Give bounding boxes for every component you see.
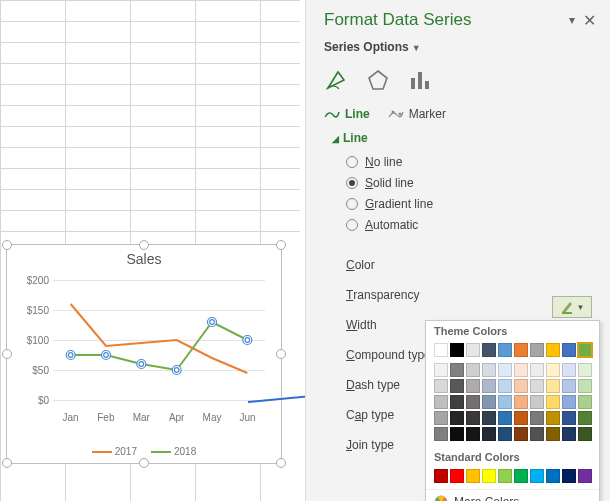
- color-swatch[interactable]: [498, 343, 512, 357]
- color-swatch[interactable]: [546, 411, 560, 425]
- color-swatch[interactable]: [434, 427, 448, 441]
- fill-line-icon[interactable]: [324, 68, 348, 95]
- color-swatch[interactable]: [498, 427, 512, 441]
- color-swatch[interactable]: [482, 343, 496, 357]
- close-icon[interactable]: ✕: [583, 11, 596, 30]
- color-swatch[interactable]: [546, 379, 560, 393]
- series-options-label[interactable]: Series Options: [324, 40, 409, 54]
- color-swatch[interactable]: [466, 427, 480, 441]
- color-swatch[interactable]: [514, 411, 528, 425]
- color-swatch[interactable]: [546, 395, 560, 409]
- tab-marker[interactable]: Marker: [388, 107, 446, 121]
- color-swatch[interactable]: [578, 395, 592, 409]
- svg-point-19: [398, 113, 401, 116]
- color-swatch[interactable]: [450, 343, 464, 357]
- color-swatch[interactable]: [466, 343, 480, 357]
- svg-point-3: [104, 353, 109, 358]
- color-swatch[interactable]: [514, 427, 528, 441]
- color-swatch[interactable]: [450, 379, 464, 393]
- chart-legend[interactable]: 2017 2018: [7, 446, 281, 457]
- chart-title[interactable]: Sales: [7, 251, 281, 267]
- chart-plot-area[interactable]: [53, 280, 265, 400]
- color-swatch[interactable]: [578, 379, 592, 393]
- color-swatch[interactable]: [514, 363, 528, 377]
- radio-automatic[interactable]: Automatic: [346, 218, 596, 232]
- color-swatch[interactable]: [466, 395, 480, 409]
- color-swatch[interactable]: [482, 379, 496, 393]
- color-swatch[interactable]: [530, 395, 544, 409]
- svg-point-11: [245, 338, 250, 343]
- color-swatch[interactable]: [546, 427, 560, 441]
- color-swatch[interactable]: [530, 343, 544, 357]
- color-swatch[interactable]: [450, 363, 464, 377]
- color-swatch[interactable]: [434, 395, 448, 409]
- y-tick: $50: [19, 365, 49, 376]
- color-swatch[interactable]: [450, 427, 464, 441]
- color-swatch[interactable]: [434, 343, 448, 357]
- color-swatch[interactable]: [546, 469, 560, 483]
- color-swatch[interactable]: [466, 469, 480, 483]
- color-swatch[interactable]: [466, 363, 480, 377]
- color-swatch[interactable]: [434, 379, 448, 393]
- color-swatch[interactable]: [562, 427, 576, 441]
- color-swatch[interactable]: [434, 363, 448, 377]
- chevron-down-icon[interactable]: ▼: [412, 43, 421, 53]
- color-swatch[interactable]: [546, 343, 560, 357]
- color-swatch[interactable]: [482, 427, 496, 441]
- radio-no-line[interactable]: No line: [346, 155, 596, 169]
- color-swatch[interactable]: [578, 343, 592, 357]
- color-swatch[interactable]: [562, 363, 576, 377]
- color-swatch[interactable]: [482, 411, 496, 425]
- color-swatch[interactable]: [450, 411, 464, 425]
- color-swatch[interactable]: [498, 395, 512, 409]
- color-swatch[interactable]: [578, 427, 592, 441]
- color-swatch[interactable]: [498, 363, 512, 377]
- color-swatch[interactable]: [562, 411, 576, 425]
- move-pane-icon[interactable]: ▾: [569, 13, 583, 27]
- color-swatch[interactable]: [498, 469, 512, 483]
- color-swatch[interactable]: [450, 395, 464, 409]
- color-swatch[interactable]: [514, 395, 528, 409]
- color-swatch[interactable]: [434, 411, 448, 425]
- color-swatch[interactable]: [434, 469, 448, 483]
- color-swatch[interactable]: [562, 379, 576, 393]
- svg-rect-20: [562, 312, 572, 314]
- color-swatch[interactable]: [578, 363, 592, 377]
- color-swatch[interactable]: [450, 469, 464, 483]
- effects-icon[interactable]: [366, 68, 390, 95]
- color-swatch[interactable]: [530, 379, 544, 393]
- color-dropdown-button[interactable]: ▼: [552, 296, 592, 318]
- color-swatch[interactable]: [530, 411, 544, 425]
- color-swatch[interactable]: [498, 379, 512, 393]
- color-swatch[interactable]: [562, 469, 576, 483]
- section-line-header[interactable]: ◢Line: [332, 131, 596, 145]
- more-colors-button[interactable]: More Colors...: [426, 489, 599, 501]
- color-swatch[interactable]: [482, 363, 496, 377]
- color-swatch[interactable]: [546, 363, 560, 377]
- color-swatch[interactable]: [530, 363, 544, 377]
- color-swatch[interactable]: [562, 395, 576, 409]
- svg-point-7: [174, 368, 179, 373]
- color-swatch[interactable]: [562, 343, 576, 357]
- color-swatch[interactable]: [482, 469, 496, 483]
- pane-title: Format Data Series: [324, 10, 471, 30]
- theme-colors-label: Theme Colors: [426, 321, 599, 341]
- color-swatch[interactable]: [482, 395, 496, 409]
- color-swatch[interactable]: [530, 427, 544, 441]
- color-swatch[interactable]: [466, 379, 480, 393]
- color-swatch[interactable]: [514, 343, 528, 357]
- color-swatch[interactable]: [530, 469, 544, 483]
- color-swatch[interactable]: [514, 469, 528, 483]
- color-swatch[interactable]: [466, 411, 480, 425]
- chart-object[interactable]: Sales $200 $150 $100 $50 $0 Jan Feb Mar …: [6, 244, 282, 464]
- color-swatch[interactable]: [498, 411, 512, 425]
- series-options-icon[interactable]: [408, 68, 432, 95]
- color-swatch[interactable]: [514, 379, 528, 393]
- radio-solid-line[interactable]: Solid line: [346, 176, 596, 190]
- color-swatch[interactable]: [578, 469, 592, 483]
- svg-marker-14: [369, 71, 387, 89]
- color-swatch[interactable]: [578, 411, 592, 425]
- chevron-down-icon: ▼: [577, 303, 585, 312]
- tab-line[interactable]: Line: [324, 107, 370, 121]
- radio-gradient-line[interactable]: Gradient line: [346, 197, 596, 211]
